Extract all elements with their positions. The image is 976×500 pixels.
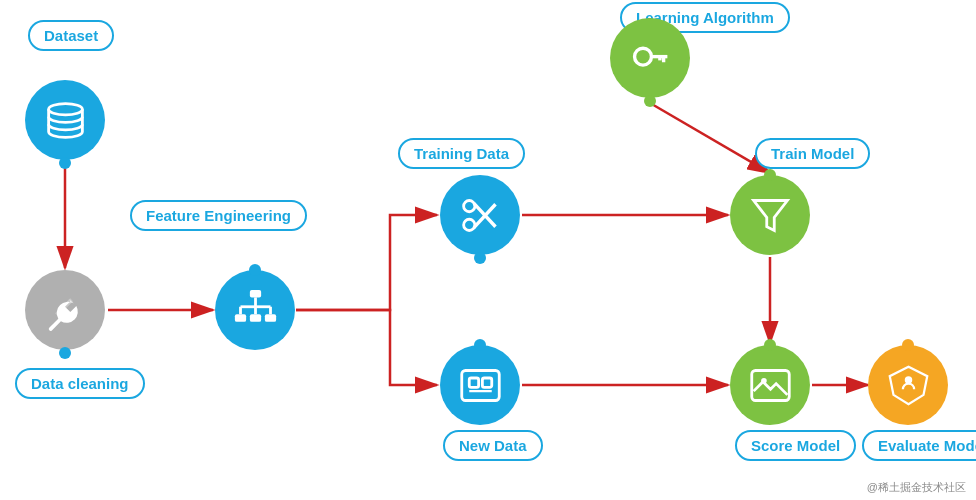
dot-datacleaning-bottom [59, 347, 71, 359]
dot-training-bottom [474, 252, 486, 264]
svg-line-4 [650, 103, 770, 173]
svg-rect-24 [482, 378, 491, 387]
score-model-node [730, 345, 810, 425]
evaluate-model-label: Evaluate Model [862, 430, 976, 461]
svg-point-8 [48, 103, 82, 114]
dot-tm-top [764, 169, 776, 181]
dataset-label: Dataset [28, 20, 114, 51]
train-model-label: Train Model [755, 138, 870, 169]
score-model-label: Score Model [735, 430, 856, 461]
dot-fe-top [249, 264, 261, 276]
card-icon [458, 363, 503, 408]
new-data-node [440, 345, 520, 425]
svg-rect-12 [264, 314, 275, 322]
dot-newdata-top [474, 339, 486, 351]
image-icon [748, 363, 793, 408]
evaluate-model-node [868, 345, 948, 425]
watermark: @稀土掘金技术社区 [867, 480, 966, 495]
data-cleaning-label: Data cleaning [15, 368, 145, 399]
dot-dataset-bottom [59, 157, 71, 169]
feature-engineering-label: Feature Engineering [130, 200, 307, 231]
feature-engineering-node [215, 270, 295, 350]
svg-rect-22 [461, 370, 499, 400]
dataset-node [25, 80, 105, 160]
new-data-label: New Data [443, 430, 543, 461]
diagram: Dataset Data cleaning Feature Engineerin… [0, 0, 976, 500]
dot-la-bottom [644, 95, 656, 107]
train-model-node [730, 175, 810, 255]
wrench-icon [43, 288, 88, 333]
svg-rect-11 [249, 314, 260, 322]
training-data-node [440, 175, 520, 255]
svg-point-26 [634, 48, 651, 65]
data-cleaning-node [25, 270, 105, 350]
dot-sm-top [764, 339, 776, 351]
svg-point-19 [463, 219, 474, 230]
svg-rect-23 [469, 378, 478, 387]
tags-icon [886, 363, 931, 408]
learning-algorithm-node [610, 18, 690, 98]
hierarchy-icon [233, 288, 278, 333]
svg-rect-9 [249, 289, 260, 297]
training-data-label: Training Data [398, 138, 525, 169]
database-icon [43, 98, 88, 143]
dot-em-top [902, 339, 914, 351]
svg-rect-10 [234, 314, 245, 322]
key-icon [628, 36, 673, 81]
scissors-icon [458, 193, 503, 238]
funnel-icon [748, 193, 793, 238]
svg-point-18 [463, 200, 474, 211]
